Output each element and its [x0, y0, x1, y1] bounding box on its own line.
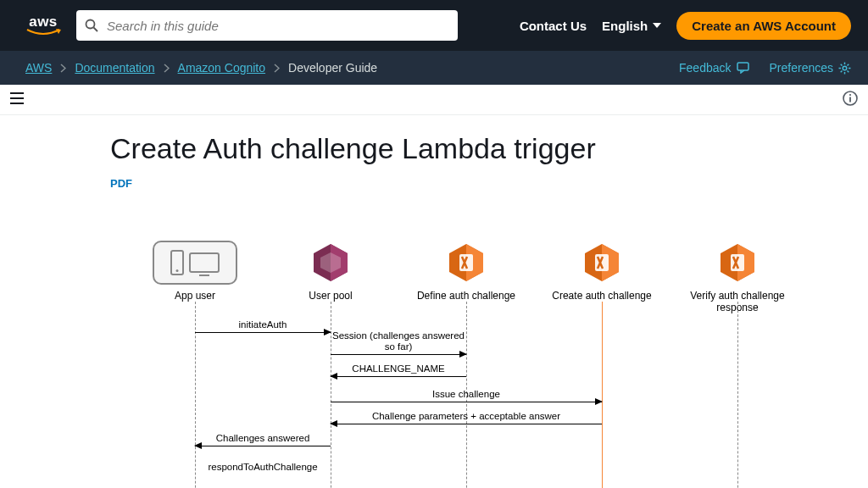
search-input[interactable] — [76, 10, 458, 41]
devices-icon — [153, 241, 237, 285]
chevron-down-icon — [653, 23, 661, 28]
svg-point-16 — [849, 93, 851, 95]
sequence-diagram: App user User pool Define a — [110, 241, 817, 488]
lambda-icon — [581, 241, 623, 284]
lifeline — [737, 302, 738, 488]
breadcrumb-sep-icon — [60, 64, 66, 73]
svg-line-8 — [841, 64, 843, 65]
breadcrumb-current: Developer Guide — [288, 61, 377, 75]
language-selector[interactable]: English — [602, 19, 661, 33]
breadcrumb-sep-icon — [274, 64, 280, 73]
actor-user-pool: User pool — [263, 241, 398, 302]
hamburger-icon — [10, 92, 24, 104]
msg-initiate-auth: initiateAuth — [195, 332, 331, 333]
search-container — [76, 10, 458, 41]
language-label: English — [602, 19, 648, 33]
svg-line-1 — [94, 28, 98, 32]
svg-point-0 — [86, 20, 95, 29]
pdf-link[interactable]: PDF — [110, 177, 817, 190]
breadcrumb-documentation[interactable]: Documentation — [75, 61, 154, 75]
svg-line-11 — [841, 70, 843, 72]
svg-line-10 — [848, 64, 849, 65]
cognito-icon — [309, 241, 352, 284]
search-icon — [85, 19, 98, 32]
contact-us-link[interactable]: Contact Us — [520, 19, 587, 33]
create-account-button[interactable]: Create an AWS Account — [676, 12, 851, 40]
preferences-link[interactable]: Preferences — [770, 61, 851, 75]
aws-logo[interactable]: aws — [25, 14, 61, 36]
svg-rect-2 — [737, 63, 748, 70]
actor-create-challenge: Create auth challenge — [534, 241, 670, 302]
info-button[interactable] — [843, 91, 858, 109]
msg-respond: respondToAuthChallenge — [195, 474, 331, 475]
svg-line-9 — [848, 70, 849, 72]
breadcrumb-cognito[interactable]: Amazon Cognito — [178, 61, 266, 75]
actor-app-user: App user — [127, 241, 263, 302]
menu-toggle-button[interactable] — [10, 92, 24, 108]
svg-point-3 — [843, 66, 847, 70]
msg-session: Session (challenges answered so far) — [331, 354, 466, 355]
lambda-icon — [445, 241, 487, 284]
msg-challenges-answered: Challenges answered — [195, 446, 331, 446]
gear-icon — [838, 62, 851, 75]
page-title: Create Auth challenge Lambda trigger — [110, 132, 817, 165]
feedback-link[interactable]: Feedback — [679, 61, 748, 75]
breadcrumb-sep-icon — [164, 64, 170, 73]
msg-challenge-name: CHALLENGE_NAME — [331, 376, 466, 377]
breadcrumb-aws[interactable]: AWS — [25, 61, 52, 75]
feedback-icon — [737, 62, 749, 74]
msg-issue-challenge: Issue challenge — [331, 402, 602, 402]
aws-smile-icon — [25, 28, 61, 36]
lifeline-active — [602, 302, 603, 488]
lambda-icon — [716, 241, 759, 284]
svg-rect-17 — [849, 97, 851, 102]
msg-challenge-params: Challenge parameters + acceptable answer — [331, 424, 602, 424]
info-icon — [843, 91, 858, 106]
actor-define-challenge: Define auth challenge — [398, 241, 534, 302]
